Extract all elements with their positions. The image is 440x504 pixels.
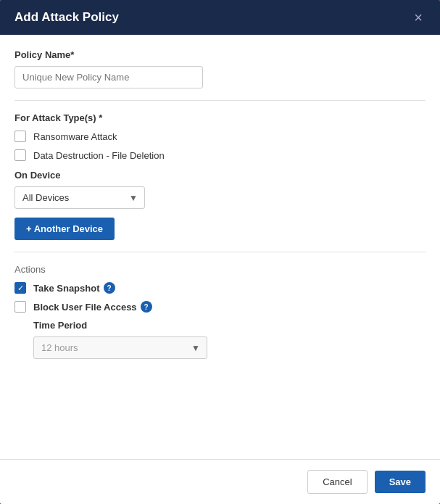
- close-button[interactable]: ×: [411, 10, 426, 25]
- take-snapshot-checkbox[interactable]: ✓: [14, 282, 26, 294]
- time-period-select-wrapper: 1 hour 4 hours 8 hours 12 hours 24 hours…: [33, 336, 207, 359]
- modal-body: Policy Name* For Attack Type(s) * Ransom…: [0, 35, 440, 459]
- data-destruction-checkbox[interactable]: [14, 149, 26, 161]
- time-period-label: Time Period: [33, 320, 426, 331]
- take-snapshot-help-icon[interactable]: ?: [104, 282, 115, 294]
- block-user-file-access-label: Block User File Access: [33, 302, 137, 313]
- data-destruction-row: Data Destruction - File Deletion: [14, 149, 426, 161]
- ransomware-label: Ransomware Attack: [33, 131, 117, 142]
- time-period-section: Time Period 1 hour 4 hours 8 hours 12 ho…: [33, 320, 426, 359]
- block-user-file-access-row: Block User File Access ?: [14, 301, 426, 313]
- cancel-button[interactable]: Cancel: [307, 470, 367, 494]
- modal-header: Add Attack Policy ×: [0, 0, 440, 35]
- policy-name-section: Policy Name*: [14, 49, 426, 88]
- ransomware-checkbox[interactable]: [14, 131, 26, 142]
- attack-types-label: For Attack Type(s) *: [14, 112, 426, 123]
- take-snapshot-row: ✓ Take Snapshot ?: [14, 282, 426, 294]
- data-destruction-label: Data Destruction - File Deletion: [33, 150, 165, 161]
- actions-section: Actions ✓ Take Snapshot ? Block User Fil…: [14, 264, 426, 359]
- ransomware-row: Ransomware Attack: [14, 131, 426, 142]
- modal-overlay: Add Attack Policy × Policy Name* For Att…: [0, 0, 440, 504]
- device-select[interactable]: All Devices Specific Device: [14, 186, 145, 209]
- actions-label: Actions: [14, 264, 426, 275]
- time-period-select[interactable]: 1 hour 4 hours 8 hours 12 hours 24 hours…: [33, 336, 207, 359]
- device-select-wrapper: All Devices Specific Device ▼: [14, 186, 145, 209]
- divider-2: [14, 252, 426, 252]
- on-device-section: On Device All Devices Specific Device ▼ …: [14, 170, 426, 240]
- modal-title: Add Attack Policy: [14, 10, 119, 25]
- add-device-button[interactable]: + Another Device: [14, 218, 115, 240]
- save-button[interactable]: Save: [375, 471, 426, 493]
- policy-name-input[interactable]: [14, 66, 203, 88]
- attack-types-section: For Attack Type(s) * Ransomware Attack D…: [14, 112, 426, 161]
- on-device-label: On Device: [14, 170, 426, 181]
- policy-name-label: Policy Name*: [14, 49, 426, 60]
- modal-footer: Cancel Save: [0, 459, 440, 504]
- modal: Add Attack Policy × Policy Name* For Att…: [0, 0, 440, 504]
- take-snapshot-label: Take Snapshot: [33, 283, 100, 294]
- block-user-file-access-checkbox[interactable]: [14, 301, 26, 313]
- divider-1: [14, 100, 426, 101]
- block-user-file-access-help-icon[interactable]: ?: [141, 301, 152, 313]
